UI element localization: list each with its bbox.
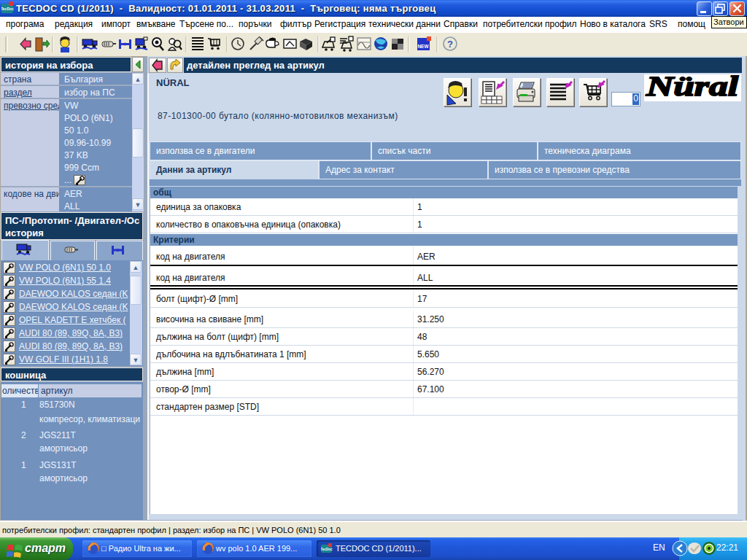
svg-text:?: ? <box>447 39 453 50</box>
svg-text:Nüral: Nüral <box>646 74 739 101</box>
svg-text:TecDoc: TecDoc <box>1 7 14 11</box>
svg-text:NEW: NEW <box>417 44 429 49</box>
svg-text:TecDoc: TecDoc <box>321 548 333 551</box>
